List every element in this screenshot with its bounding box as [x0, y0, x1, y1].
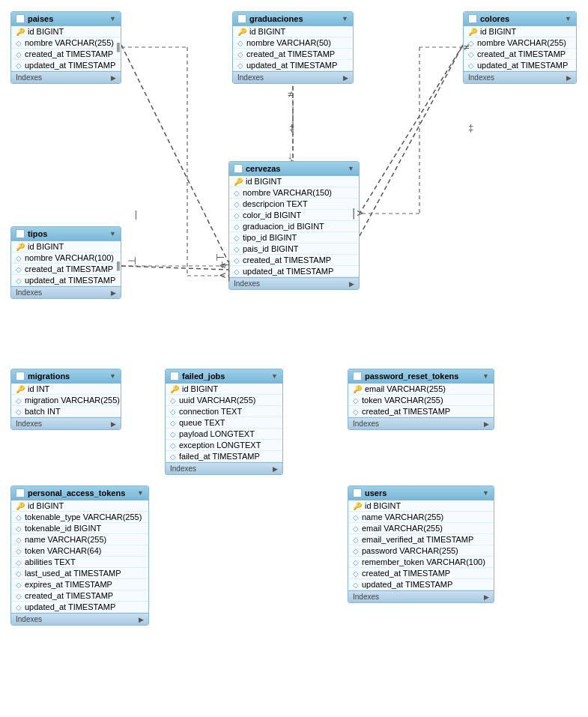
table-password-reset-tokens[interactable]: password_reset_tokens ▼ 🔑 email VARCHAR(… [348, 369, 494, 430]
footer-arrow-tipos[interactable]: ▶ [111, 289, 116, 297]
table-header-tipos[interactable]: tipos ▼ [11, 227, 121, 241]
field-pat-3[interactable]: ◇ name VARCHAR(255) [11, 534, 148, 545]
field-tipos-0[interactable]: 🔑 id BIGINT [11, 241, 121, 252]
field-migrations-0[interactable]: 🔑 id INT [11, 384, 121, 395]
field-tipos-1[interactable]: ◇ nombre VARCHAR(100) [11, 252, 121, 264]
table-colores[interactable]: colores ▼ 🔑 id BIGINT ◇ nombre VARCHAR(2… [463, 11, 577, 84]
table-header-colores[interactable]: colores ▼ [464, 12, 576, 26]
field-colores-0[interactable]: 🔑 id BIGINT [464, 26, 576, 37]
field-prt-0[interactable]: 🔑 email VARCHAR(255) [348, 384, 494, 395]
table-footer-failed-jobs[interactable]: Indexes ▶ [166, 462, 282, 474]
footer-arrow-colores[interactable]: ▶ [566, 74, 572, 82]
field-graduaciones-2[interactable]: ◇ created_at TIMESTAMP [233, 49, 353, 60]
table-header-paises[interactable]: paises ▼ [11, 12, 121, 26]
field-failed-jobs-1[interactable]: ◇ uuid VARCHAR(255) [166, 395, 282, 406]
field-pat-2[interactable]: ◇ tokenable_id BIGINT [11, 523, 148, 534]
field-graduaciones-0[interactable]: 🔑 id BIGINT [233, 26, 353, 37]
dropdown-arrow-paises[interactable]: ▼ [109, 15, 116, 22]
field-cervezas-6[interactable]: ◇ pais_id BIGINT [229, 243, 359, 255]
footer-arrow-prt[interactable]: ▶ [484, 420, 489, 428]
field-colores-3[interactable]: ◇ updated_at TIMESTAMP [464, 60, 576, 71]
footer-arrow-migrations[interactable]: ▶ [111, 420, 116, 428]
field-pat-8[interactable]: ◇ created_at TIMESTAMP [11, 590, 148, 602]
field-users-1[interactable]: ◇ name VARCHAR(255) [348, 512, 494, 523]
table-graduaciones[interactable]: graduaciones ▼ 🔑 id BIGINT ◇ nombre VARC… [232, 11, 354, 84]
table-paises[interactable]: paises ▼ 🔑 id BIGINT ◇ nombre VARCHAR(25… [10, 11, 121, 84]
field-cervezas-1[interactable]: ◇ nombre VARCHAR(150) [229, 187, 359, 199]
field-users-3[interactable]: ◇ email_verified_at TIMESTAMP [348, 534, 494, 545]
table-footer-migrations[interactable]: Indexes ▶ [11, 417, 121, 429]
field-users-0[interactable]: 🔑 id BIGINT [348, 500, 494, 512]
table-header-users[interactable]: users ▼ [348, 486, 494, 500]
dropdown-arrow-password-reset-tokens[interactable]: ▼ [482, 372, 489, 380]
dropdown-arrow-colores[interactable]: ▼ [565, 15, 572, 22]
table-users[interactable]: users ▼ 🔑 id BIGINT ◇ name VARCHAR(255) … [348, 485, 494, 603]
table-footer-graduaciones[interactable]: Indexes ▶ [233, 71, 353, 83]
field-users-5[interactable]: ◇ remember_token VARCHAR(100) [348, 557, 494, 568]
table-footer-pat[interactable]: Indexes ▶ [11, 613, 148, 625]
table-personal-access-tokens[interactable]: personal_access_tokens ▼ 🔑 id BIGINT ◇ t… [10, 485, 149, 626]
dropdown-arrow-tipos[interactable]: ▼ [109, 230, 116, 238]
table-header-personal-access-tokens[interactable]: personal_access_tokens ▼ [11, 486, 148, 500]
field-paises-1[interactable]: ◇ nombre VARCHAR(255) [11, 37, 121, 49]
field-pat-0[interactable]: 🔑 id BIGINT [11, 500, 148, 512]
field-paises-2[interactable]: ◇ created_at TIMESTAMP [11, 49, 121, 60]
field-cervezas-3[interactable]: ◇ color_id BIGINT [229, 210, 359, 221]
dropdown-arrow-failed-jobs[interactable]: ▼ [271, 372, 278, 380]
table-header-migrations[interactable]: migrations ▼ [11, 369, 121, 384]
dropdown-arrow-users[interactable]: ▼ [482, 489, 489, 497]
table-footer-prt[interactable]: Indexes ▶ [348, 417, 494, 429]
field-paises-0[interactable]: 🔑 id BIGINT [11, 26, 121, 37]
field-migrations-2[interactable]: ◇ batch INT [11, 406, 121, 417]
field-pat-5[interactable]: ◇ abilities TEXT [11, 557, 148, 568]
field-failed-jobs-5[interactable]: ◇ exception LONGTEXT [166, 440, 282, 451]
dropdown-arrow-graduaciones[interactable]: ▼ [342, 15, 348, 22]
field-prt-1[interactable]: ◇ token VARCHAR(255) [348, 395, 494, 406]
table-footer-users[interactable]: Indexes ▶ [348, 590, 494, 602]
field-failed-jobs-3[interactable]: ◇ queue TEXT [166, 417, 282, 429]
field-graduaciones-1[interactable]: ◇ nombre VARCHAR(50) [233, 37, 353, 49]
field-users-4[interactable]: ◇ password VARCHAR(255) [348, 545, 494, 557]
table-footer-tipos[interactable]: Indexes ▶ [11, 286, 121, 298]
table-footer-cervezas[interactable]: Indexes ▶ [229, 277, 359, 289]
field-pat-4[interactable]: ◇ token VARCHAR(64) [11, 545, 148, 557]
field-colores-2[interactable]: ◇ created_at TIMESTAMP [464, 49, 576, 60]
field-prt-2[interactable]: ◇ created_at TIMESTAMP [348, 406, 494, 417]
field-pat-1[interactable]: ◇ tokenable_type VARCHAR(255) [11, 512, 148, 523]
field-cervezas-8[interactable]: ◇ updated_at TIMESTAMP [229, 266, 359, 277]
field-paises-3[interactable]: ◇ updated_at TIMESTAMP [11, 60, 121, 71]
field-failed-jobs-2[interactable]: ◇ connection TEXT [166, 406, 282, 417]
footer-arrow-cervezas[interactable]: ▶ [349, 280, 354, 288]
footer-arrow-failed-jobs[interactable]: ▶ [273, 465, 278, 473]
field-users-7[interactable]: ◇ updated_at TIMESTAMP [348, 579, 494, 590]
table-header-failed-jobs[interactable]: failed_jobs ▼ [166, 369, 282, 384]
field-failed-jobs-4[interactable]: ◇ payload LONGTEXT [166, 429, 282, 440]
footer-arrow-pat[interactable]: ▶ [139, 616, 144, 623]
footer-arrow-users[interactable]: ▶ [484, 593, 489, 601]
field-users-2[interactable]: ◇ email VARCHAR(255) [348, 523, 494, 534]
field-pat-7[interactable]: ◇ expires_at TIMESTAMP [11, 579, 148, 590]
field-migrations-1[interactable]: ◇ migration VARCHAR(255) [11, 395, 121, 406]
table-footer-paises[interactable]: Indexes ▶ [11, 71, 121, 83]
field-pat-9[interactable]: ◇ updated_at TIMESTAMP [11, 602, 148, 613]
dropdown-arrow-personal-access-tokens[interactable]: ▼ [137, 489, 144, 497]
field-tipos-3[interactable]: ◇ updated_at TIMESTAMP [11, 275, 121, 286]
field-cervezas-5[interactable]: ◇ tipo_id BIGINT [229, 232, 359, 243]
table-failed-jobs[interactable]: failed_jobs ▼ 🔑 id BIGINT ◇ uuid VARCHAR… [165, 369, 283, 475]
field-graduaciones-3[interactable]: ◇ updated_at TIMESTAMP [233, 60, 353, 71]
field-failed-jobs-0[interactable]: 🔑 id BIGINT [166, 384, 282, 395]
field-tipos-2[interactable]: ◇ created_at TIMESTAMP [11, 264, 121, 275]
table-migrations[interactable]: migrations ▼ 🔑 id INT ◇ migration VARCHA… [10, 369, 121, 430]
table-header-cervezas[interactable]: cervezas ▼ [229, 162, 359, 176]
field-colores-1[interactable]: ◇ nombre VARCHAR(255) [464, 37, 576, 49]
dropdown-arrow-migrations[interactable]: ▼ [109, 372, 116, 380]
footer-arrow-paises[interactable]: ▶ [111, 74, 116, 82]
dropdown-arrow-cervezas[interactable]: ▼ [348, 165, 354, 172]
field-cervezas-7[interactable]: ◇ created_at TIMESTAMP [229, 255, 359, 266]
table-header-graduaciones[interactable]: graduaciones ▼ [233, 12, 353, 26]
field-pat-6[interactable]: ◇ last_used_at TIMESTAMP [11, 568, 148, 579]
field-users-6[interactable]: ◇ created_at TIMESTAMP [348, 568, 494, 579]
table-footer-colores[interactable]: Indexes ▶ [464, 71, 576, 83]
table-header-password-reset-tokens[interactable]: password_reset_tokens ▼ [348, 369, 494, 384]
field-cervezas-0[interactable]: 🔑 id BIGINT [229, 176, 359, 187]
